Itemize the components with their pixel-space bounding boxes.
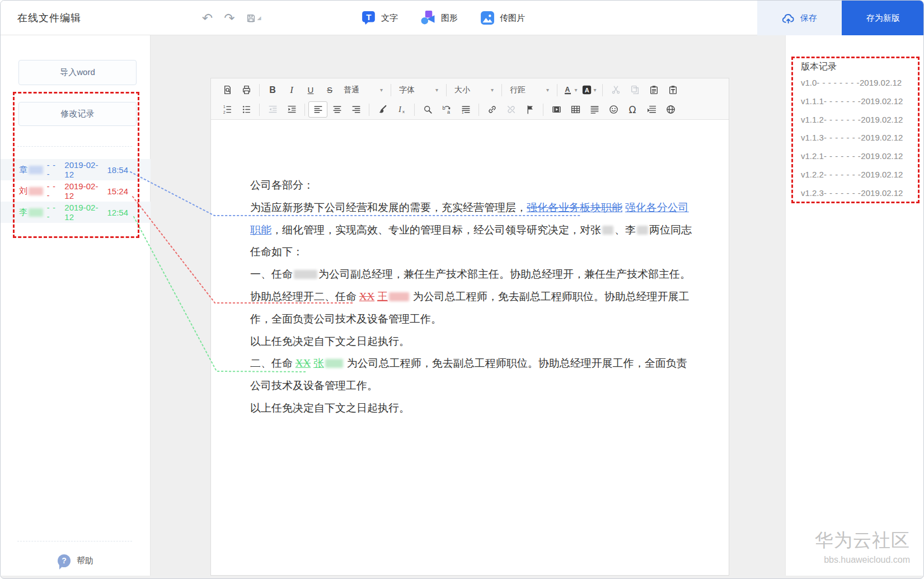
insert-tools: T 文字 图形 传图片 [362, 1, 525, 35]
version-date: 2019.02.12 [861, 96, 903, 106]
search-icon[interactable] [418, 101, 437, 118]
record-separator: - - - [47, 203, 62, 221]
version-panel: 版本记录 v1.0- - - - - - - -2019.02.12v1.1.1… [785, 35, 924, 576]
record-time: 18:54 [107, 165, 128, 175]
doc-line: 任命如下： [250, 241, 706, 263]
editor-panel: BIUS普通▾字体▾大小▾行距▾A▾A▾ 12Ixba1Ω 公司各部分：为适应新… [210, 78, 729, 576]
version-date: 2019.02.12 [861, 170, 903, 179]
doc-text: 、李 [615, 224, 636, 236]
align-left-icon[interactable] [308, 101, 327, 118]
import-word-button[interactable]: 导入word [18, 60, 137, 85]
ordered-list-icon[interactable]: 12 [218, 101, 237, 118]
version-number: v1.1.3 [801, 133, 824, 142]
version-panel-title: 版本记录 [801, 59, 914, 74]
revision-record[interactable]: 刘- - -2019-02-1215:24 [1, 180, 151, 202]
paste-icon[interactable] [644, 82, 663, 98]
insert-shape-button[interactable]: 图形 [420, 11, 458, 26]
font-size-select[interactable]: 大小▾ [450, 82, 498, 98]
record-author-redacted [29, 187, 43, 195]
undo-icon[interactable]: ↶ [202, 11, 213, 25]
version-item[interactable]: v1.0- - - - - - - -2019.02.12 [801, 74, 914, 92]
paste-text-icon[interactable] [663, 82, 682, 98]
record-author: 李 [19, 207, 27, 218]
doc-line: 公司技术及设备管理工作。 [250, 375, 706, 397]
highlight-color-icon[interactable]: A▾ [580, 82, 599, 98]
paragraph-style-select[interactable]: 普通▾ [339, 82, 387, 98]
table-icon[interactable] [566, 101, 585, 118]
left-sidebar: 导入word 修改记录 章- - -2019-02-1218:54刘- - -2… [1, 35, 151, 576]
sidebar-divider-bottom [17, 541, 132, 541]
page-break-icon[interactable] [642, 101, 661, 118]
online-file-editor: 在线文件编辑 ↶ ↷ ◢ T 文字 [0, 0, 924, 579]
outdent-icon [263, 101, 282, 118]
unordered-list-icon[interactable] [237, 101, 256, 118]
bold-icon[interactable]: B [263, 82, 282, 98]
revision-record[interactable]: 章- - -2019-02-1218:54 [1, 159, 151, 180]
print-icon[interactable] [237, 82, 256, 98]
globe-icon[interactable] [661, 101, 680, 118]
indent-icon[interactable] [282, 101, 301, 118]
cut-icon [606, 82, 625, 98]
version-separator: - - - - - - - [824, 151, 861, 161]
toolbar-separator [446, 84, 447, 96]
strikethrough-icon-label: S [327, 85, 332, 95]
toolbar-separator [391, 84, 391, 96]
save-new-version-button[interactable]: 存为新版 [842, 1, 924, 35]
version-separator: - - - - - - - [824, 133, 861, 142]
doc-line: 作，全面负责公司技术及设备管理工作。 [250, 308, 706, 330]
align-center-icon[interactable] [327, 101, 346, 118]
version-item[interactable]: v1.1.3- - - - - - -2019.02.12 [801, 129, 914, 147]
doc-text: 公司技术及设备管理工作。 [250, 380, 378, 391]
redacted-text [294, 270, 317, 279]
chevron-down-icon: ▾ [491, 87, 494, 93]
format-painter-icon[interactable] [373, 101, 392, 118]
font-family-select[interactable]: 字体▾ [395, 82, 443, 98]
save-button[interactable]: 保存 [757, 1, 842, 35]
shape-tool-icon [420, 11, 436, 26]
version-date: 2019.02.12 [861, 115, 903, 124]
replace-icon[interactable]: ba [437, 101, 456, 118]
save-file-icon[interactable]: ◢ [246, 13, 261, 23]
record-separator: - - - [47, 161, 62, 179]
italic-icon[interactable]: I [282, 82, 301, 98]
horizontal-rule-icon[interactable] [585, 101, 604, 118]
unlink-icon [501, 101, 520, 118]
preview-icon[interactable] [218, 82, 237, 98]
version-list: 版本记录 v1.0- - - - - - - -2019.02.12v1.1.1… [792, 57, 920, 203]
version-item[interactable]: v1.2.2- - - - - - -2019.02.12 [801, 166, 914, 184]
help-button[interactable]: ? 帮助 [1, 550, 151, 571]
insert-text-button[interactable]: T 文字 [362, 11, 398, 25]
upload-image-label: 传图片 [500, 13, 525, 24]
line-spacing-select[interactable]: 行距▾ [505, 82, 554, 98]
version-number: v1.2.2 [801, 170, 824, 179]
special-char-icon[interactable]: Ω [623, 101, 642, 118]
version-item[interactable]: v1.1.1- - - - - - -2019.02.12 [801, 92, 914, 111]
paragraph-mark-icon[interactable]: 1 [456, 101, 475, 118]
bookmark-icon[interactable] [520, 101, 540, 118]
history-actions: ↶ ↷ ◢ [202, 1, 261, 35]
version-item[interactable]: v1.2.3- - - - - - -2019.02.12 [801, 184, 914, 203]
revision-log-button[interactable]: 修改记录 [18, 102, 137, 126]
underline-icon[interactable]: U [301, 82, 320, 98]
chevron-down-icon: ▾ [574, 87, 577, 93]
link-icon[interactable] [482, 101, 501, 118]
record-author-redacted [29, 166, 43, 174]
document-body[interactable]: 公司各部分：为适应新形势下公司经营和发展的需要，充实经营管理层，强化各业务板块职… [211, 120, 729, 419]
watermark-url: bbs.huaweicloud.com [815, 555, 910, 565]
version-item[interactable]: v1.2.1- - - - - - -2019.02.12 [801, 147, 914, 166]
strikethrough-icon[interactable]: S [320, 82, 339, 98]
toolbar-separator [259, 84, 260, 96]
upload-image-button[interactable]: 传图片 [480, 11, 525, 25]
video-icon[interactable] [547, 101, 566, 118]
align-right-icon[interactable] [346, 101, 365, 118]
redo-icon[interactable]: ↷ [224, 11, 234, 25]
deleted-text: XX [359, 291, 374, 302]
version-item[interactable]: v1.1.2- - - - - - -2019.02.12 [801, 111, 914, 129]
inserted-text: 张 [313, 357, 324, 369]
doc-text: 二、任命 [250, 357, 296, 369]
revision-record[interactable]: 李- - -2019-02-1212:54 [1, 202, 151, 223]
font-color-icon[interactable]: A▾ [561, 82, 580, 98]
clear-format-icon[interactable]: Ix [392, 101, 411, 118]
doc-text: 以上任免决定自下文之日起执行。 [250, 335, 410, 347]
emoji-icon[interactable] [604, 101, 623, 118]
